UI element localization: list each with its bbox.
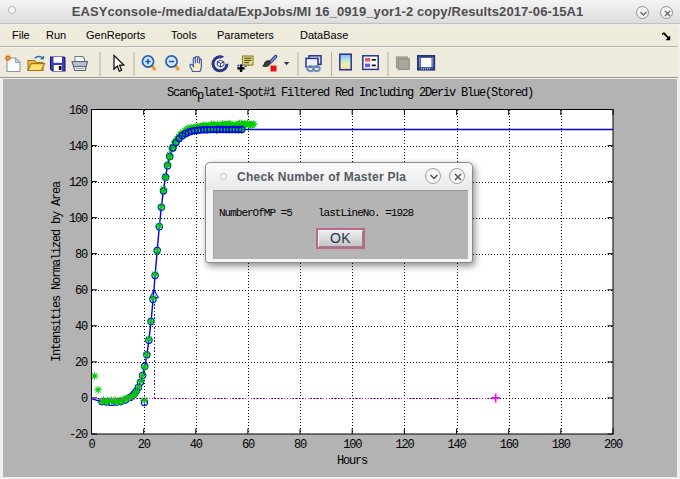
svg-text:40: 40 <box>75 320 88 334</box>
svg-text:20: 20 <box>138 438 151 452</box>
svg-text:-20: -20 <box>69 428 88 442</box>
svg-text:100: 100 <box>343 438 362 452</box>
svg-text:140: 140 <box>448 438 467 452</box>
svg-text:100: 100 <box>69 212 88 226</box>
svg-text:200: 200 <box>604 438 623 452</box>
svg-text:80: 80 <box>294 438 307 452</box>
svg-text:Intensities Normalized by Area: Intensities Normalized by Area <box>50 181 64 362</box>
svg-text:60: 60 <box>75 284 88 298</box>
svg-text:160: 160 <box>500 438 519 452</box>
svg-text:Hours: Hours <box>337 454 368 468</box>
svg-text:0: 0 <box>81 392 88 406</box>
svg-text:60: 60 <box>242 438 255 452</box>
svg-text:0: 0 <box>88 438 95 452</box>
svg-text:160: 160 <box>69 104 88 118</box>
svg-text:120: 120 <box>69 176 88 190</box>
svg-text:40: 40 <box>190 438 203 452</box>
svg-text:140: 140 <box>69 140 88 154</box>
svg-text:180: 180 <box>552 438 571 452</box>
svg-text:Scan6plate1-Spot#1 Filtered Re: Scan6plate1-Spot#1 Filtered Red Includin… <box>167 86 533 103</box>
svg-text:120: 120 <box>395 438 414 452</box>
svg-text:20: 20 <box>75 356 88 370</box>
svg-text:80: 80 <box>75 248 88 262</box>
